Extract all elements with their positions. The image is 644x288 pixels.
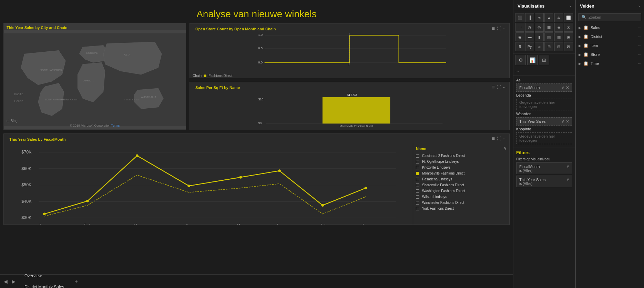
store-checkbox[interactable] <box>416 183 419 187</box>
map-terms-link[interactable]: Terms <box>111 124 120 127</box>
more-icon2[interactable]: ··· <box>503 85 507 90</box>
viz-icon-slicer[interactable]: ▤ <box>544 32 553 41</box>
viz-icon-bar[interactable]: ▐ <box>525 13 534 22</box>
filter-item[interactable]: This Year Sales ∨ is (Alles) <box>516 176 572 187</box>
field-group-more[interactable]: ··· <box>638 52 641 57</box>
tab-district-monthly-sales[interactable]: District Monthly Sales <box>18 281 71 288</box>
store-checkbox[interactable] <box>416 172 419 175</box>
viz-icon-r[interactable]: R <box>515 42 524 51</box>
store-checkbox[interactable] <box>416 195 419 199</box>
visualisaties-chevron[interactable]: › <box>570 4 571 9</box>
fiscal-expand-icon[interactable]: ⛶ <box>497 136 501 141</box>
store-list-item[interactable]: Knoxville Lindseys <box>416 165 507 170</box>
field-group-name: Sales <box>591 26 600 30</box>
viz-icon-custom1[interactable]: ⊞ <box>544 42 553 51</box>
fiscal-more-icon[interactable]: ··· <box>503 136 507 141</box>
drag-handle-icon2[interactable]: ≡ <box>492 84 495 90</box>
field-group-name: District <box>591 34 602 39</box>
store-checkbox[interactable] <box>416 189 419 193</box>
store-name: Monroeville Fashions Direct <box>422 171 464 175</box>
filter-item[interactable]: FiscalMonth ∨ is (Alles) <box>516 162 572 174</box>
field-group-item[interactable]: ▶ 📋 Item ··· <box>576 41 644 50</box>
viz-icon-stacked-bar[interactable]: ⬛ <box>515 13 524 22</box>
viz-icon-donut[interactable]: ◎ <box>535 23 544 32</box>
viz-icon-area[interactable]: ▲ <box>544 13 553 22</box>
viz-icon-custom3[interactable]: ⊠ <box>564 42 573 51</box>
viz-icon-python[interactable]: Py <box>525 42 534 51</box>
viz-icon-waterfall[interactable]: ⬜ <box>564 13 573 22</box>
viz-icon-map[interactable]: ◈ <box>554 23 563 32</box>
tab-nav-next[interactable]: ▶ <box>10 277 18 286</box>
line-chart-area: $70K $60K $50K $40K $30K <box>4 143 413 225</box>
field-group-sales[interactable]: ▶ 📋 Sales ··· <box>576 23 644 32</box>
tab-nav-prev[interactable]: ◀ <box>2 277 10 286</box>
store-list-sort-icon[interactable]: ∨ <box>504 146 507 151</box>
store-checkbox[interactable] <box>416 178 419 181</box>
viz-icon-funnel[interactable]: ⧖ <box>564 23 573 32</box>
store-checkbox[interactable] <box>416 160 419 163</box>
drag-handle-icon[interactable]: ≡ <box>492 26 495 32</box>
field-group-district[interactable]: ▶ 📋 District ··· <box>576 32 644 41</box>
tab-add-button[interactable]: + <box>71 276 81 287</box>
more-icon[interactable]: ··· <box>503 26 507 31</box>
store-list-item[interactable]: Washington Fashions Direct <box>416 188 507 194</box>
svg-text:Aug: Aug <box>362 223 369 225</box>
store-list-item[interactable]: Wilson Lindseys <box>416 194 507 200</box>
filter-chevron[interactable]: ∨ <box>566 164 569 169</box>
store-list-item[interactable]: Pasadena Lindseys <box>416 176 507 182</box>
filter-items-container: FiscalMonth ∨ is (Alles) This Year Sales… <box>516 162 572 187</box>
store-list-item[interactable]: Monroeville Fashions Direct <box>416 170 507 176</box>
expand-icon[interactable]: ⛶ <box>497 26 501 31</box>
velden-chevron[interactable]: › <box>638 4 640 9</box>
field-group-store[interactable]: ▶ 📋 Store ··· <box>576 50 644 59</box>
store-list-area: Name ∨ Cincinnati 2 Fashions DirectFt. O… <box>413 143 509 225</box>
field-group-more[interactable]: ··· <box>638 43 641 48</box>
store-checkbox[interactable] <box>416 201 419 205</box>
store-list-item[interactable]: Winchester Fashions Direct <box>416 200 507 206</box>
field-group-header[interactable]: ▶ 📋 Time ··· <box>579 60 641 67</box>
viz-icon-matrix[interactable]: ▣ <box>564 32 573 41</box>
field-group-more[interactable]: ··· <box>638 34 641 39</box>
viz-icon-pie[interactable]: ◔ <box>525 23 534 32</box>
field-group-type-icon: 📋 <box>583 43 589 48</box>
store-checkbox[interactable] <box>416 207 419 210</box>
sales-tag-chevron[interactable]: ∨ <box>561 119 564 124</box>
viz-fields-icon[interactable]: ⊞ <box>539 55 549 65</box>
field-group-more[interactable]: ··· <box>638 26 641 30</box>
field-group-header[interactable]: ▶ 📋 District ··· <box>579 33 641 40</box>
field-group-header[interactable]: ▶ 📋 Item ··· <box>579 42 641 49</box>
filter-chevron[interactable]: ∨ <box>566 177 569 182</box>
store-list-item[interactable]: Sharonville Fashions Direct <box>416 182 507 188</box>
viz-icon-table[interactable]: ▦ <box>554 32 563 41</box>
viz-icon-gauge[interactable]: ◉ <box>515 32 524 41</box>
viz-icon-decomp[interactable]: ⟈ <box>535 42 544 51</box>
viz-icon-ribbon[interactable]: ≋ <box>554 13 563 22</box>
field-group-header[interactable]: ▶ 📋 Store ··· <box>579 51 641 58</box>
field-group-more[interactable]: ··· <box>638 61 641 66</box>
svg-text:Indian Ocean: Indian Ocean <box>124 98 140 101</box>
sales-tag-remove[interactable]: ✕ <box>566 119 569 124</box>
fiscal-drag-handle[interactable]: ≡ <box>492 136 495 142</box>
viz-icon-line[interactable]: ∿ <box>535 13 544 22</box>
viz-extra-dots[interactable]: ··· <box>513 67 575 76</box>
viz-format-icon[interactable]: ⚙ <box>515 55 526 65</box>
fields-search-input[interactable] <box>589 15 638 19</box>
viz-icon-custom2[interactable]: ⊟ <box>554 42 563 51</box>
store-checkbox[interactable] <box>416 166 419 169</box>
viz-icon-card[interactable]: ▬ <box>525 32 534 41</box>
filter-item-header: FiscalMonth ∨ <box>519 164 569 169</box>
fiscal-tag-chevron[interactable]: ∨ <box>561 85 564 90</box>
store-checkbox[interactable] <box>416 154 419 158</box>
store-list-item[interactable]: Cincinnati 2 Fashions Direct <box>416 153 507 159</box>
filters-section: Filters Filters op visualniveau FiscalMo… <box>513 148 575 191</box>
expand-icon2[interactable]: ⛶ <box>497 85 501 90</box>
fiscal-tag-remove[interactable]: ✕ <box>566 85 569 90</box>
viz-icon-kpi[interactable]: ▮ <box>535 32 544 41</box>
store-list-item[interactable]: Ft. Oglethorpe Lindseys <box>416 159 507 165</box>
field-group-time[interactable]: ▶ 📋 Time ··· <box>576 59 644 68</box>
viz-icon-treemap[interactable]: ▦ <box>544 23 553 32</box>
field-group-header[interactable]: ▶ 📋 Sales ··· <box>579 24 641 31</box>
store-list-item[interactable]: York Fashions Direct <box>416 206 507 211</box>
viz-analytics-icon[interactable]: 📊 <box>527 55 538 65</box>
viz-icon-scatter[interactable]: ⋯ <box>515 23 524 32</box>
